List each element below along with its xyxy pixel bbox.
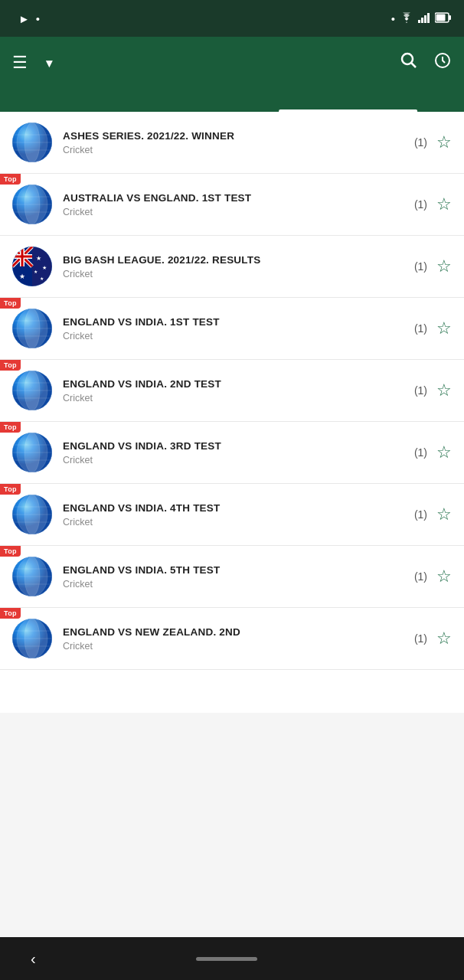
svg-text:★: ★: [42, 265, 47, 270]
svg-text:★: ★: [40, 276, 44, 281]
list-item[interactable]: Top ENGLAND VS INDIA. 1ST TEST Cri: [0, 298, 464, 360]
championships-list: ASHES SERIES. 2021/22. WINNER Cricket (1…: [0, 112, 464, 713]
sport-icon: [12, 619, 52, 658]
item-right: (1) ☆: [414, 567, 452, 586]
favorite-star-icon[interactable]: ☆: [436, 194, 452, 214]
item-right: (1) ☆: [414, 256, 452, 276]
item-sport: Cricket: [63, 207, 414, 217]
top-badge: Top: [0, 422, 21, 433]
svg-rect-3: [427, 13, 430, 23]
item-info: AUSTRALIA VS ENGLAND. 1ST TEST Cricket: [63, 191, 414, 218]
item-info: ENGLAND VS INDIA. 2ND TEST Cricket: [63, 377, 414, 404]
item-info: ENGLAND VS NEW ZEALAND. 2ND Cricket: [63, 626, 414, 652]
history-icon[interactable]: [433, 51, 452, 74]
dot-indicator: •: [36, 12, 40, 25]
signal-icon: [418, 12, 430, 25]
item-sport: Cricket: [63, 393, 414, 403]
top-badge: Top: [0, 360, 21, 371]
favorite-star-icon[interactable]: ☆: [436, 505, 452, 524]
sport-icon: [12, 557, 52, 596]
tab-championships[interactable]: [232, 89, 464, 110]
favorite-star-icon[interactable]: ☆: [436, 629, 452, 648]
list-item[interactable]: Top ENGLAND VS INDIA. 3RD TEST Cri: [0, 422, 464, 484]
item-title: ENGLAND VS INDIA. 1ST TEST: [63, 315, 414, 329]
list-item[interactable]: Top AUSTRALIA VS ENGLAND. 1ST TEST: [0, 174, 464, 236]
sport-icon: [12, 122, 52, 162]
top-badge: Top: [0, 546, 21, 557]
svg-rect-2: [424, 15, 426, 23]
back-button[interactable]: ‹: [31, 950, 36, 968]
list-item[interactable]: Top ENGLAND VS INDIA. 2ND TEST Cri: [0, 360, 464, 422]
header: ☰ ▾: [0, 37, 464, 89]
svg-line-8: [412, 64, 417, 68]
svg-rect-5: [436, 14, 446, 21]
item-info: ENGLAND VS INDIA. 5TH TEST Cricket: [63, 564, 414, 590]
item-count: (1): [414, 384, 427, 397]
item-sport: Cricket: [63, 455, 414, 466]
battery-icon: [435, 12, 452, 25]
item-right: (1) ☆: [414, 505, 452, 524]
item-title: ENGLAND VS INDIA. 5TH TEST: [63, 564, 414, 577]
location-icon: ►: [18, 12, 30, 25]
item-title: ASHES SERIES. 2021/22. WINNER: [63, 129, 414, 143]
item-info: ENGLAND VS INDIA. 1ST TEST Cricket: [63, 315, 414, 342]
item-count: (1): [414, 570, 427, 583]
dot-icon: •: [391, 12, 395, 25]
wifi-icon: [400, 12, 413, 25]
top-badge: Top: [0, 298, 21, 309]
list-item[interactable]: ASHES SERIES. 2021/22. WINNER Cricket (1…: [0, 112, 464, 174]
svg-rect-0: [418, 20, 420, 23]
item-sport: Cricket: [63, 269, 414, 279]
item-info: BIG BASH LEAGUE. 2021/22. RESULTS Cricke…: [63, 253, 414, 280]
dropdown-arrow-icon[interactable]: ▾: [46, 56, 52, 70]
top-badge: Top: [0, 608, 21, 619]
item-sport: Cricket: [63, 641, 414, 652]
item-count: (1): [414, 322, 427, 335]
favorite-star-icon[interactable]: ☆: [436, 256, 452, 276]
item-right: (1) ☆: [414, 132, 452, 152]
svg-rect-6: [449, 15, 451, 20]
item-count: (1): [414, 136, 427, 149]
item-right: (1) ☆: [414, 194, 452, 214]
item-count: (1): [414, 632, 427, 645]
item-count: (1): [414, 508, 427, 521]
item-info: ENGLAND VS INDIA. 4TH TEST Cricket: [63, 501, 414, 528]
item-count: (1): [414, 446, 427, 459]
favorite-star-icon[interactable]: ☆: [436, 567, 452, 586]
item-title: ENGLAND VS INDIA. 3RD TEST: [63, 439, 414, 453]
home-indicator[interactable]: [196, 957, 257, 961]
list-item[interactable]: Top ENGLAND VS NEW ZEALAND. 2ND Cr: [0, 608, 464, 670]
item-sport: Cricket: [63, 331, 414, 341]
menu-icon[interactable]: ☰: [12, 53, 28, 73]
top-badge: Top: [0, 484, 21, 495]
favorite-star-icon[interactable]: ☆: [436, 318, 452, 338]
tab-sports[interactable]: [0, 89, 232, 110]
svg-text:★: ★: [19, 273, 25, 280]
item-title: ENGLAND VS NEW ZEALAND. 2ND: [63, 626, 414, 639]
item-count: (1): [414, 260, 427, 273]
sport-icon: [12, 433, 52, 472]
item-info: ENGLAND VS INDIA. 3RD TEST Cricket: [63, 439, 414, 466]
list-item[interactable]: Top ENGLAND VS INDIA. 5TH TEST Cri: [0, 546, 464, 608]
favorite-star-icon[interactable]: ☆: [436, 381, 452, 400]
search-icon[interactable]: [400, 51, 418, 74]
item-info: ASHES SERIES. 2021/22. WINNER Cricket: [63, 129, 414, 156]
item-right: (1) ☆: [414, 381, 452, 400]
svg-text:★: ★: [34, 270, 38, 274]
item-title: BIG BASH LEAGUE. 2021/22. RESULTS: [63, 253, 414, 267]
item-count: (1): [414, 198, 427, 211]
item-sport: Cricket: [63, 145, 414, 155]
favorite-star-icon[interactable]: ☆: [436, 132, 452, 152]
list-item[interactable]: ★ ★ ★ ★ ★ BIG BASH LEAGUE. 2021/22. RESU…: [0, 236, 464, 298]
item-right: (1) ☆: [414, 318, 452, 338]
item-title: ENGLAND VS INDIA. 2ND TEST: [63, 377, 414, 391]
item-sport: Cricket: [63, 579, 414, 590]
item-right: (1) ☆: [414, 629, 452, 648]
status-bar: ► • •: [0, 0, 464, 37]
list-item[interactable]: Top ENGLAND VS INDIA. 4TH TEST Cri: [0, 484, 464, 546]
favorite-star-icon[interactable]: ☆: [436, 443, 452, 462]
item-title: ENGLAND VS INDIA. 4TH TEST: [63, 501, 414, 515]
bottom-navigation: ‹: [0, 937, 464, 980]
top-badge: Top: [0, 174, 21, 185]
svg-text:★: ★: [36, 255, 41, 262]
